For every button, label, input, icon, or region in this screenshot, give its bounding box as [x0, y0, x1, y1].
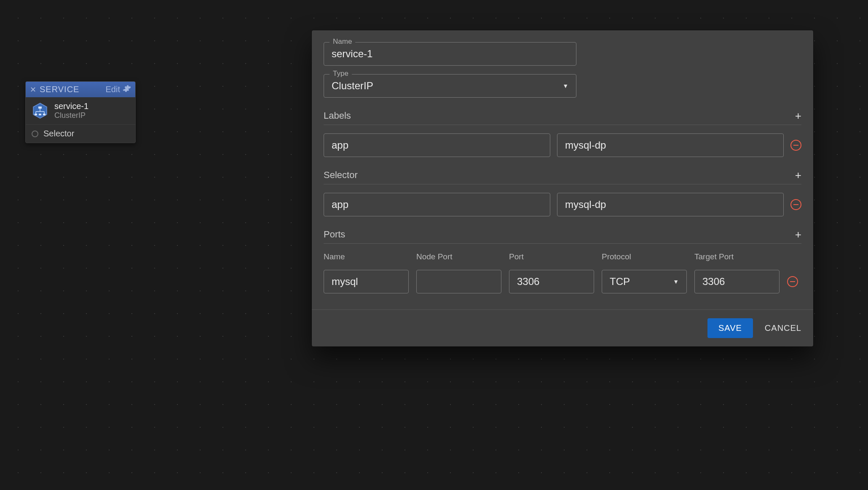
type-select-value: ClusterIP [332, 80, 373, 92]
svg-rect-7 [39, 114, 41, 115]
port-col-protocol: Protocol [602, 252, 687, 261]
port-name-input[interactable] [324, 270, 409, 293]
service-hex-icon [32, 102, 48, 119]
selector-value-input[interactable] [557, 193, 784, 216]
add-selector-button[interactable]: + [795, 170, 801, 181]
service-node-name: service-1 [54, 101, 88, 111]
port-targetport-input[interactable] [694, 270, 780, 293]
service-node-title: SERVICE [40, 85, 106, 94]
label-value-input[interactable] [557, 133, 784, 157]
port-col-name: Name [324, 252, 409, 261]
labels-section-header: Labels + [324, 110, 801, 125]
svg-rect-1 [38, 107, 42, 109]
service-node-subtype: ClusterIP [54, 111, 88, 120]
add-port-button[interactable]: + [795, 229, 801, 240]
gear-icon [123, 84, 131, 95]
ports-section-header: Ports + [324, 229, 801, 244]
edit-label: Edit [106, 85, 120, 94]
chevron-down-icon: ▼ [563, 83, 568, 89]
selector-key-input[interactable] [324, 193, 550, 216]
minus-icon [793, 204, 798, 205]
cancel-button[interactable]: CANCEL [765, 323, 801, 333]
port-port-input[interactable] [509, 270, 594, 293]
port-protocol-select[interactable]: TCP ▼ [602, 270, 687, 293]
service-node-selector-row[interactable]: Selector [26, 125, 135, 143]
port-nodeport-input[interactable] [416, 270, 501, 293]
add-label-button[interactable]: + [795, 110, 801, 121]
ports-title: Ports [324, 229, 345, 240]
type-field-label: Type [330, 69, 352, 78]
port-row: TCP ▼ [324, 270, 801, 293]
chevron-down-icon: ▼ [673, 278, 679, 285]
port-col-targetport: Target Port [694, 252, 780, 261]
selector-port-dot-icon [32, 130, 38, 137]
port-col-nodeport: Node Port [416, 252, 501, 261]
port-col-port: Port [509, 252, 594, 261]
labels-title: Labels [324, 110, 351, 121]
modal-footer: SAVE CANCEL [312, 309, 813, 346]
selector-row [324, 193, 801, 216]
service-node-header: ✕ SERVICE Edit [26, 82, 135, 97]
minus-icon [793, 145, 798, 146]
close-icon[interactable]: ✕ [30, 85, 36, 94]
name-input[interactable] [324, 42, 576, 66]
type-field: Type ClusterIP ▼ [324, 74, 576, 98]
service-node-card[interactable]: ✕ SERVICE Edit service-1 Clus [25, 81, 136, 143]
name-field-label: Name [330, 37, 355, 46]
minus-icon [790, 281, 795, 282]
selector-title: Selector [324, 170, 358, 181]
port-columns-header: Name Node Port Port Protocol Target Port [324, 252, 801, 261]
selector-label: Selector [43, 129, 74, 138]
port-protocol-value: TCP [610, 276, 630, 288]
edit-button[interactable]: Edit [106, 84, 131, 95]
remove-label-button[interactable] [790, 140, 801, 151]
service-edit-modal: Name Type ClusterIP ▼ Labels + Selector … [312, 30, 813, 346]
name-field: Name [324, 42, 576, 66]
save-button[interactable]: SAVE [707, 318, 753, 338]
label-row [324, 133, 801, 157]
svg-rect-8 [43, 114, 46, 115]
remove-selector-button[interactable] [790, 199, 801, 210]
remove-port-button[interactable] [787, 276, 798, 287]
selector-section-header: Selector + [324, 170, 801, 184]
service-node-body: service-1 ClusterIP [26, 97, 135, 125]
label-key-input[interactable] [324, 133, 550, 157]
type-select[interactable]: ClusterIP ▼ [324, 74, 576, 98]
svg-rect-6 [35, 114, 37, 115]
